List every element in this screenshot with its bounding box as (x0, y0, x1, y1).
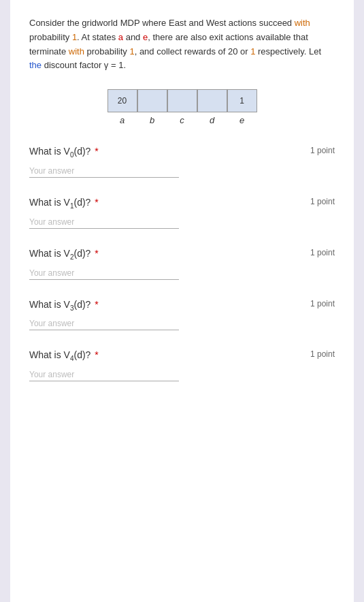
highlight-the: the (29, 60, 42, 70)
grid-labels-row: a b c d e (107, 115, 257, 125)
question-2-header: What is V2(d)? * 1 point (29, 248, 335, 261)
highlight-reward-1: 1 (250, 46, 255, 57)
question-4: What is V4(d)? * 1 point (29, 349, 335, 381)
question-2: What is V2(d)? * 1 point (29, 248, 335, 280)
question-1: What is V1(d)? * 1 point (29, 197, 335, 229)
question-3-required: * (95, 299, 98, 310)
highlight-prob-1a: 1 (72, 32, 77, 42)
question-1-label: What is V1(d)? * (29, 197, 99, 210)
highlight-with: with (295, 18, 310, 28)
grid-row: 20 1 (107, 89, 257, 112)
grid-cell-a: 20 (107, 89, 137, 112)
question-3-header: What is V3(d)? * 1 point (29, 299, 335, 312)
grid-label-e: e (227, 115, 257, 125)
grid-label-a: a (107, 115, 137, 125)
question-4-input[interactable] (29, 368, 179, 381)
question-0-header: What is V0(d)? * 1 point (29, 146, 335, 159)
grid-cell-e: 1 (227, 89, 257, 112)
question-1-header: What is V1(d)? * 1 point (29, 197, 335, 210)
question-0-input[interactable] (29, 165, 179, 178)
question-3: What is V3(d)? * 1 point (29, 299, 335, 331)
gridworld-diagram: 20 1 a b c d e (29, 89, 335, 125)
highlight-prob-1b: 1 (129, 46, 134, 57)
grid-label-d: d (197, 115, 227, 125)
question-1-required: * (95, 197, 98, 208)
question-0-label: What is V0(d)? * (29, 146, 99, 159)
question-4-label: What is V4(d)? * (29, 349, 99, 362)
grid-cell-c (167, 89, 197, 112)
grid-label-c: c (167, 115, 197, 125)
question-2-points: 1 point (310, 248, 335, 257)
highlight-with2: with (69, 46, 84, 57)
question-1-input[interactable] (29, 216, 179, 229)
grid-cell-d (197, 89, 227, 112)
question-3-points: 1 point (310, 299, 335, 308)
question-0: What is V0(d)? * 1 point (29, 146, 335, 178)
question-3-label: What is V3(d)? * (29, 299, 99, 312)
intro-paragraph: Consider the gridworld MDP where East an… (29, 16, 335, 73)
question-0-required: * (95, 146, 98, 157)
question-0-points: 1 point (310, 146, 335, 155)
question-2-input[interactable] (29, 267, 179, 280)
question-4-points: 1 point (310, 349, 335, 359)
question-1-points: 1 point (310, 197, 335, 206)
grid-cell-b (137, 89, 167, 112)
highlight-state-a: a (118, 32, 123, 42)
highlight-state-e: e (143, 32, 148, 42)
grid-label-b: b (137, 115, 167, 125)
question-4-required: * (95, 349, 98, 360)
question-2-label: What is V2(d)? * (29, 248, 99, 261)
question-4-header: What is V4(d)? * 1 point (29, 349, 335, 362)
question-2-required: * (95, 248, 98, 259)
question-3-input[interactable] (29, 317, 179, 330)
page-container: Consider the gridworld MDP where East an… (10, 0, 354, 602)
